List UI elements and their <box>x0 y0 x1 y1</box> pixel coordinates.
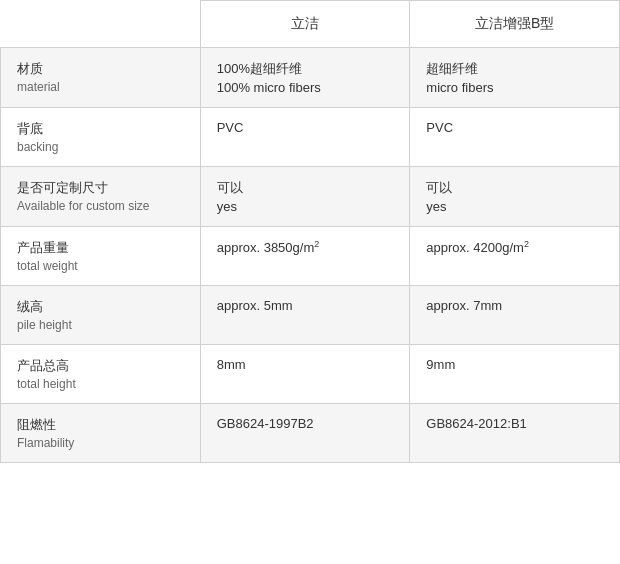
cell-val1-0: 100%超细纤维100% micro fibers <box>200 48 410 108</box>
row-label-6: 阻燃性Flamability <box>1 404 201 463</box>
table-row: 绒高pile heightapprox. 5mmapprox. 7mm <box>1 286 620 345</box>
cell-val1-4: approx. 5mm <box>200 286 410 345</box>
table-row: 材质material100%超细纤维100% micro fibers超细纤维m… <box>1 48 620 108</box>
table-row: 背底backingPVCPVC <box>1 108 620 167</box>
cell-val2-5: 9mm <box>410 345 620 404</box>
comparison-table: 立洁 立洁增强B型 材质material100%超细纤维100% micro f… <box>0 0 620 463</box>
table-row: 阻燃性FlamabilityGB8624-1997B2GB8624-2012:B… <box>1 404 620 463</box>
cell-val2-0: 超细纤维micro fibers <box>410 48 620 108</box>
table-row: 产品重量total weightapprox. 3850g/m2approx. … <box>1 227 620 286</box>
cell-val1-2: 可以yes <box>200 167 410 227</box>
cell-val1-1: PVC <box>200 108 410 167</box>
row-label-2: 是否可定制尺寸Available for custom size <box>1 167 201 227</box>
cell-val1-5: 8mm <box>200 345 410 404</box>
cell-val2-6: GB8624-2012:B1 <box>410 404 620 463</box>
col-header-lijie-enhanced: 立洁增强B型 <box>410 1 620 48</box>
col-header-lijie: 立洁 <box>200 1 410 48</box>
row-label-1: 背底backing <box>1 108 201 167</box>
table-row: 是否可定制尺寸Available for custom size可以yes可以y… <box>1 167 620 227</box>
table-row: 产品总高total height8mm9mm <box>1 345 620 404</box>
row-label-5: 产品总高total height <box>1 345 201 404</box>
cell-val2-1: PVC <box>410 108 620 167</box>
row-label-4: 绒高pile height <box>1 286 201 345</box>
col-header-empty <box>1 1 201 48</box>
cell-val2-2: 可以yes <box>410 167 620 227</box>
cell-val2-3: approx. 4200g/m2 <box>410 227 620 286</box>
cell-val1-3: approx. 3850g/m2 <box>200 227 410 286</box>
cell-val1-6: GB8624-1997B2 <box>200 404 410 463</box>
row-label-0: 材质material <box>1 48 201 108</box>
row-label-3: 产品重量total weight <box>1 227 201 286</box>
cell-val2-4: approx. 7mm <box>410 286 620 345</box>
